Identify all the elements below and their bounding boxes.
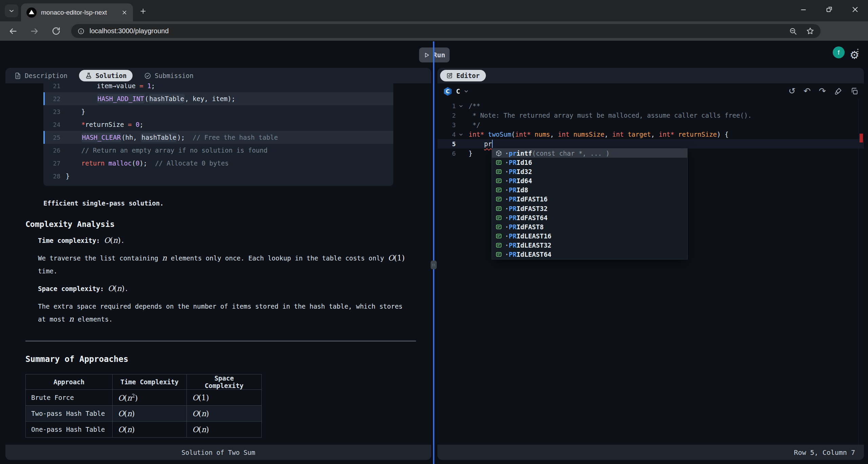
restore-button[interactable] xyxy=(816,0,842,19)
language-label: C xyxy=(456,87,460,95)
suggestion-item[interactable]: ·PRIdLEAST64 xyxy=(492,250,687,259)
error-marker xyxy=(860,134,863,142)
tab-solution[interactable]: Solution xyxy=(79,70,133,81)
tab-search-button[interactable] xyxy=(5,4,18,17)
suggestion-label: ·printf(const char *, ... ) xyxy=(505,150,610,157)
suggestion-label: ·PRIdLEAST64 xyxy=(505,251,551,258)
editor-line-number: 1 xyxy=(437,102,456,110)
text-snippet-icon xyxy=(495,224,503,230)
suggestion-item[interactable]: ·PRIdLEAST32 xyxy=(492,241,687,250)
suggestion-item[interactable]: ·PRIdLEAST16 xyxy=(492,232,687,241)
suggestion-item[interactable]: ·PRId32 xyxy=(492,167,687,176)
table-column-header: Approach xyxy=(26,374,113,390)
solution-footer: Solution of Two Sum xyxy=(5,445,431,460)
code-line: 23 } xyxy=(43,105,393,118)
tab-solution-label: Solution xyxy=(96,72,127,79)
format-brush-icon[interactable] xyxy=(834,87,842,95)
reload-button[interactable] xyxy=(52,26,62,37)
window-controls xyxy=(791,0,868,19)
table-column-header: Space Complexity xyxy=(187,374,262,390)
table-cell: O(n) xyxy=(113,422,187,438)
tab-description-label: Description xyxy=(25,72,67,79)
line-number: 25 xyxy=(43,134,60,141)
overview-ruler[interactable] xyxy=(859,99,864,445)
fold-chevron-icon[interactable] xyxy=(456,103,466,109)
document-icon xyxy=(14,72,21,79)
table-cell: O(n) xyxy=(113,406,187,422)
text-cursor xyxy=(492,140,493,148)
line-number: 23 xyxy=(43,108,60,115)
browser-toolbar: localhost:3000/playground f xyxy=(0,21,868,41)
complexity-heading: Complexity Analysis xyxy=(25,220,431,229)
suggestion-item[interactable]: ·PRIdFAST32 xyxy=(492,204,687,213)
table-row: Two-pass Hash TableO(n)O(n) xyxy=(26,406,262,422)
site-info-icon[interactable] xyxy=(77,27,85,35)
code-line: 28} xyxy=(43,170,393,182)
language-chevron-icon xyxy=(463,89,469,94)
table-cell: Brute Force xyxy=(26,390,113,406)
suggestion-label: ·PRId16 xyxy=(505,159,532,166)
table-cell: O(1) xyxy=(187,390,262,406)
copy-icon[interactable] xyxy=(850,87,859,95)
reset-code-icon[interactable]: ↺ xyxy=(788,87,795,96)
run-button[interactable]: Run xyxy=(419,47,450,62)
suggestion-label: ·PRId32 xyxy=(505,168,532,175)
text-snippet-icon xyxy=(495,187,503,193)
address-bar[interactable]: localhost:3000/playground xyxy=(71,24,821,38)
resize-grip[interactable]: ⁝⁝ xyxy=(431,260,437,269)
zoom-out-icon[interactable] xyxy=(789,27,797,35)
approaches-table: ApproachTime ComplexitySpace Complexity … xyxy=(25,374,262,438)
code-line: 21 item→value = 1; xyxy=(43,83,393,92)
table-row: One-pass Hash TableO(n)O(n) xyxy=(26,422,262,438)
line-number: 24 xyxy=(43,121,60,128)
suggestion-item[interactable]: ·PRId64 xyxy=(492,176,687,186)
code-line: 27 return malloc(0); // Allocate 0 bytes xyxy=(43,157,393,170)
browser-tab[interactable]: monaco-editor-lsp-next xyxy=(21,3,133,21)
bookmark-star-icon[interactable] xyxy=(806,27,814,35)
editor-line: 2 * Note: The returned array must be mal… xyxy=(437,111,864,120)
line-number: 21 xyxy=(43,83,60,90)
undo-icon[interactable]: ↶ xyxy=(804,87,811,96)
solution-footer-text: Solution of Two Sum xyxy=(181,449,255,456)
table-cell: Two-pass Hash Table xyxy=(26,406,113,422)
cursor-position-text: Row 5, Column 7 xyxy=(794,448,855,457)
autocomplete-popup: ·printf(const char *, ... )·PRId16·PRId3… xyxy=(492,148,688,259)
suggestion-item[interactable]: ·PRId16 xyxy=(492,158,687,167)
chevron-down-icon xyxy=(8,7,15,14)
settings-gear-icon[interactable]: ⚙ xyxy=(850,49,859,61)
suggestion-item[interactable]: ·PRIdFAST8 xyxy=(492,222,687,231)
text-snippet-icon xyxy=(495,168,503,175)
c-language-icon: C xyxy=(443,86,453,96)
minimize-button[interactable] xyxy=(791,0,816,19)
monaco-editor[interactable]: 1/**2 * Note: The returned array must be… xyxy=(437,99,864,445)
flask-icon xyxy=(85,72,92,79)
language-selector[interactable]: C C xyxy=(443,86,469,96)
fold-chevron-icon[interactable] xyxy=(456,132,466,137)
solution-article[interactable]: 21 item→value = 1;22 HASH_ADD_INT(hashTa… xyxy=(5,83,431,445)
editor-statusbar: Row 5, Column 7 xyxy=(437,445,864,460)
close-window-button[interactable] xyxy=(842,0,868,19)
text-snippet-icon xyxy=(495,214,503,221)
back-button[interactable] xyxy=(8,26,18,37)
suggestion-item[interactable]: ·PRIdFAST16 xyxy=(492,195,687,204)
forward-button[interactable] xyxy=(30,26,40,37)
tab-description[interactable]: Description xyxy=(14,72,67,79)
panel-divider[interactable]: ⁝⁝ xyxy=(433,41,434,464)
suggestion-item[interactable]: ·printf(const char *, ... ) xyxy=(492,149,687,158)
suggestion-item[interactable]: ·PRId8 xyxy=(492,186,687,195)
tab-submission-label: Submission xyxy=(155,72,193,79)
editor-toolbar: C C ↺ ↶ ↷ xyxy=(437,83,864,99)
redo-icon[interactable]: ↷ xyxy=(819,87,826,96)
new-tab-button[interactable] xyxy=(137,5,149,17)
suggestion-item[interactable]: ·PRIdFAST64 xyxy=(492,213,687,222)
text-snippet-icon xyxy=(495,205,503,212)
time-complexity-line: Time complexity: O(n). xyxy=(38,234,408,247)
tab-editor[interactable]: Editor xyxy=(440,70,486,81)
tab-submission[interactable]: Submission xyxy=(144,72,193,79)
profile-avatar[interactable]: f xyxy=(833,46,845,58)
table-cell: One-pass Hash Table xyxy=(26,422,113,438)
edit-pencil-icon xyxy=(446,72,453,79)
tab-close-icon[interactable] xyxy=(121,9,127,16)
plus-icon xyxy=(139,7,147,15)
table-column-header: Time Complexity xyxy=(113,374,187,390)
